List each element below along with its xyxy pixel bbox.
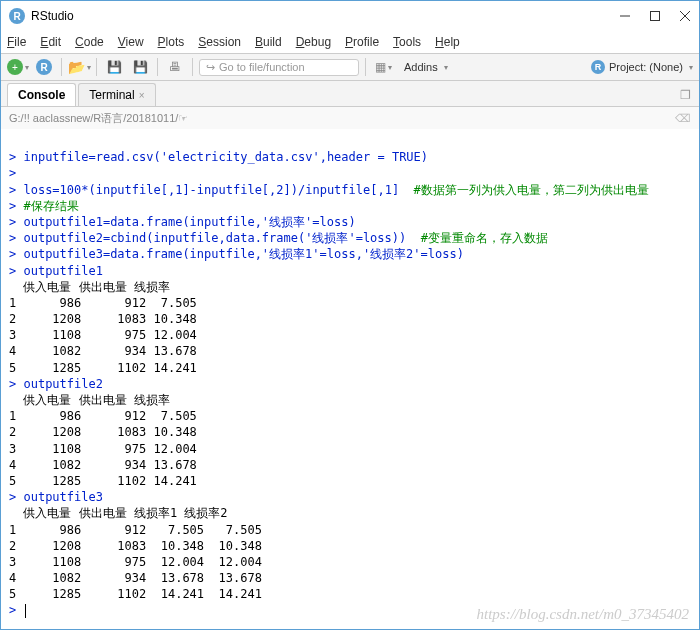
menu-tools[interactable]: Tools bbox=[393, 35, 421, 49]
prompt: > bbox=[9, 199, 23, 213]
tab-terminal[interactable]: Terminal× bbox=[78, 83, 155, 106]
comment: #数据第一列为供入电量，第二列为供出电量 bbox=[414, 183, 649, 197]
project-menu[interactable]: R Project: (None) ▾ bbox=[591, 60, 693, 74]
output-row: 3 1108 975 12.004 bbox=[9, 442, 197, 456]
window-title: RStudio bbox=[31, 9, 619, 23]
save-button[interactable]: 💾 bbox=[103, 56, 125, 78]
chevron-down-icon: ▾ bbox=[87, 63, 91, 72]
menu-code[interactable]: Code bbox=[75, 35, 104, 49]
new-file-button[interactable]: +▾ bbox=[7, 56, 29, 78]
tab-console[interactable]: Console bbox=[7, 83, 76, 106]
code-line: loss=100*(inputfile[,1]-inputfile[,2])/i… bbox=[23, 183, 413, 197]
output-row: 3 1108 975 12.004 12.004 bbox=[9, 555, 262, 569]
goto-placeholder: Go to file/function bbox=[219, 61, 305, 73]
r-icon: R bbox=[591, 60, 605, 74]
chevron-down-icon: ▾ bbox=[444, 63, 448, 72]
grid-button[interactable]: ▦▾ bbox=[372, 56, 394, 78]
broom-icon: ⌫ bbox=[675, 112, 691, 124]
r-icon: R bbox=[36, 59, 52, 75]
save-icon: 💾 bbox=[107, 60, 122, 74]
addins-menu[interactable]: Addins ▾ bbox=[404, 61, 448, 73]
folder-icon: 📂 bbox=[68, 59, 85, 75]
plus-icon: + bbox=[7, 59, 23, 75]
window-icon: ❐ bbox=[680, 88, 691, 102]
separator bbox=[192, 58, 193, 76]
code-line: outputfile1=data.frame(inputfile,'线损率'=l… bbox=[23, 215, 355, 229]
output-row: 2 1208 1083 10.348 10.348 bbox=[9, 539, 262, 553]
close-icon[interactable]: × bbox=[139, 90, 145, 101]
chevron-down-icon: ▾ bbox=[388, 63, 392, 72]
close-button[interactable] bbox=[679, 10, 691, 22]
svg-rect-1 bbox=[651, 12, 660, 21]
save-all-button[interactable]: 💾 bbox=[129, 56, 151, 78]
code-line: outputfile2 bbox=[23, 377, 102, 391]
open-file-button[interactable]: 📂▾ bbox=[68, 56, 90, 78]
prompt: > bbox=[9, 247, 23, 261]
comment: #保存结果 bbox=[23, 199, 78, 213]
menu-view[interactable]: View bbox=[118, 35, 144, 49]
prompt: > bbox=[9, 264, 23, 278]
new-project-button[interactable]: R bbox=[33, 56, 55, 78]
code-line: inputfile=read.csv('electricity_data.csv… bbox=[23, 150, 428, 164]
pane-tools[interactable]: ❐ bbox=[672, 84, 699, 106]
separator bbox=[61, 58, 62, 76]
goto-file-input[interactable]: ↪ Go to file/function bbox=[199, 59, 359, 76]
menu-debug[interactable]: Debug bbox=[296, 35, 331, 49]
separator bbox=[157, 58, 158, 76]
menu-session[interactable]: Session bbox=[198, 35, 241, 49]
clear-console-button[interactable]: ⌫ bbox=[675, 112, 691, 125]
output-row: 4 1082 934 13.678 13.678 bbox=[9, 571, 262, 585]
grid-icon: ▦ bbox=[375, 60, 386, 74]
output-header: 供入电量 供出电量 线损率1 线损率2 bbox=[9, 506, 228, 520]
menu-build[interactable]: Build bbox=[255, 35, 282, 49]
goto-icon: ↪ bbox=[206, 61, 215, 74]
output-header: 供入电量 供出电量 线损率 bbox=[9, 280, 170, 294]
menu-help[interactable]: Help bbox=[435, 35, 460, 49]
prompt: > bbox=[9, 150, 23, 164]
output-row: 1 986 912 7.505 7.505 bbox=[9, 523, 262, 537]
prompt: > bbox=[9, 602, 23, 618]
code-line: outputfile3=data.frame(inputfile,'线损率1'=… bbox=[23, 247, 463, 261]
cursor bbox=[25, 604, 26, 618]
maximize-button[interactable] bbox=[649, 10, 661, 22]
output-row: 1 986 912 7.505 bbox=[9, 296, 197, 310]
menubar: File Edit Code View Plots Session Build … bbox=[1, 31, 699, 53]
titlebar: R RStudio bbox=[1, 1, 699, 31]
prompt: > bbox=[9, 215, 23, 229]
output-row: 5 1285 1102 14.241 bbox=[9, 474, 197, 488]
prompt: > bbox=[9, 377, 23, 391]
output-row: 4 1082 934 13.678 bbox=[9, 458, 197, 472]
menu-plots[interactable]: Plots bbox=[158, 35, 185, 49]
project-label: Project: (None) bbox=[609, 61, 683, 73]
code-line: outputfile1 bbox=[23, 264, 102, 278]
output-row: 5 1285 1102 14.241 14.241 bbox=[9, 587, 262, 601]
console-output[interactable]: > inputfile=read.csv('electricity_data.c… bbox=[1, 129, 699, 630]
separator bbox=[365, 58, 366, 76]
minimize-button[interactable] bbox=[619, 10, 631, 22]
rstudio-icon: R bbox=[9, 8, 25, 24]
chevron-down-icon: ▾ bbox=[689, 63, 693, 72]
working-dir: G:/!! aaclassnew/R语言/20181011/ bbox=[9, 111, 178, 126]
tab-label: Console bbox=[18, 88, 65, 102]
chevron-down-icon: ▾ bbox=[25, 63, 29, 72]
tab-label: Terminal bbox=[89, 88, 134, 102]
output-row: 2 1208 1083 10.348 bbox=[9, 312, 197, 326]
menu-edit[interactable]: Edit bbox=[40, 35, 61, 49]
prompt: > bbox=[9, 166, 23, 180]
print-icon: 🖶 bbox=[169, 60, 181, 74]
code-line: outputfile2=cbind(inputfile,data.frame('… bbox=[23, 231, 420, 245]
menu-file[interactable]: File bbox=[7, 35, 26, 49]
tabbar: Console Terminal× ❐ bbox=[1, 81, 699, 107]
output-row: 2 1208 1083 10.348 bbox=[9, 425, 197, 439]
menu-profile[interactable]: Profile bbox=[345, 35, 379, 49]
prompt: > bbox=[9, 231, 23, 245]
output-row: 4 1082 934 13.678 bbox=[9, 344, 197, 358]
comment: #变量重命名，存入数据 bbox=[421, 231, 548, 245]
output-header: 供入电量 供出电量 线损率 bbox=[9, 393, 170, 407]
prompt: > bbox=[9, 490, 23, 504]
output-row: 3 1108 975 12.004 bbox=[9, 328, 197, 342]
separator bbox=[96, 58, 97, 76]
pathbar-arrow-icon[interactable]: ☞ bbox=[178, 112, 188, 125]
toolbar: +▾ R 📂▾ 💾 💾 🖶 ↪ Go to file/function ▦▾ A… bbox=[1, 53, 699, 81]
print-button[interactable]: 🖶 bbox=[164, 56, 186, 78]
